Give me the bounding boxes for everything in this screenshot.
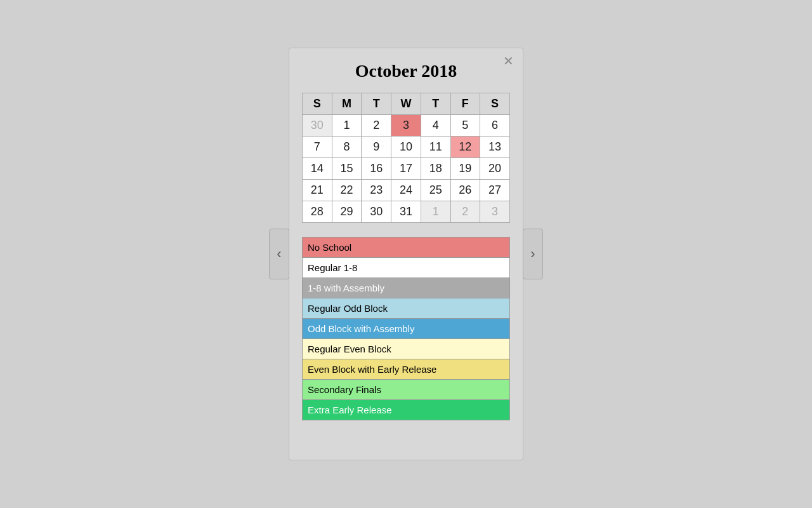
calendar-header: T [421,93,450,115]
calendar-day[interactable]: 26 [450,180,480,201]
calendar-day[interactable]: 8 [332,137,362,158]
legend-item: Secondary Finals [303,380,510,400]
calendar-day[interactable]: 18 [421,158,450,180]
legend-item: 1-8 with Assembly [303,278,510,298]
calendar-header: T [362,93,391,115]
modal-wrapper: ‹ ✕ October 2018 SMTWTFS 301234567891011… [269,48,543,460]
calendar-header: F [450,93,480,115]
calendar-day[interactable]: 13 [480,137,510,158]
calendar-day[interactable]: 22 [332,180,362,201]
calendar-day[interactable]: 16 [362,158,391,180]
legend-item: Regular Even Block [303,339,510,359]
calendar-day[interactable]: 15 [332,158,362,180]
calendar-day[interactable]: 29 [332,201,362,223]
calendar-day[interactable]: 31 [391,201,421,223]
calendar-header: M [332,93,362,115]
calendar-day[interactable]: 25 [421,180,450,201]
calendar-day[interactable]: 28 [303,201,332,223]
close-button[interactable]: ✕ [503,55,514,67]
legend-item: Regular Odd Block [303,298,510,319]
calendar-day[interactable]: 17 [391,158,421,180]
calendar-day[interactable]: 30 [303,115,332,137]
legend-item: Extra Early Release [303,400,510,420]
calendar-day[interactable]: 21 [303,180,332,201]
calendar-day[interactable]: 19 [450,158,480,180]
calendar-day[interactable]: 27 [480,180,510,201]
calendar-day[interactable]: 14 [303,158,332,180]
legend-item: Regular 1-8 [303,258,510,278]
calendar-day[interactable]: 2 [362,115,391,137]
calendar-day[interactable]: 10 [391,137,421,158]
next-month-button[interactable]: › [523,229,543,279]
calendar-header: W [391,93,421,115]
calendar-day[interactable]: 1 [421,201,450,223]
calendar-day[interactable]: 12 [450,137,480,158]
prev-month-button[interactable]: ‹ [269,229,289,279]
calendar-day[interactable]: 2 [450,201,480,223]
calendar-day[interactable]: 20 [480,158,510,180]
calendar-day[interactable]: 1 [332,115,362,137]
calendar-day[interactable]: 6 [480,115,510,137]
calendar-day[interactable]: 9 [362,137,391,158]
calendar-day[interactable]: 3 [391,115,421,137]
legend-item: No School [303,237,510,258]
calendar-header: S [303,93,332,115]
modal-title: October 2018 [302,61,510,81]
legend-item: Odd Block with Assembly [303,319,510,339]
calendar-day[interactable]: 4 [421,115,450,137]
calendar-day[interactable]: 5 [450,115,480,137]
calendar-header: S [480,93,510,115]
calendar-modal: ✕ October 2018 SMTWTFS 30123456789101112… [289,48,523,460]
legend-table: No SchoolRegular 1-81-8 with AssemblyReg… [302,237,510,420]
calendar-day[interactable]: 30 [362,201,391,223]
calendar-day[interactable]: 11 [421,137,450,158]
legend-item: Even Block with Early Release [303,359,510,380]
calendar-day[interactable]: 3 [480,201,510,223]
calendar-day[interactable]: 24 [391,180,421,201]
calendar-table: SMTWTFS 30123456789101112131415161718192… [302,93,510,223]
calendar-day[interactable]: 23 [362,180,391,201]
calendar-day[interactable]: 7 [303,137,332,158]
